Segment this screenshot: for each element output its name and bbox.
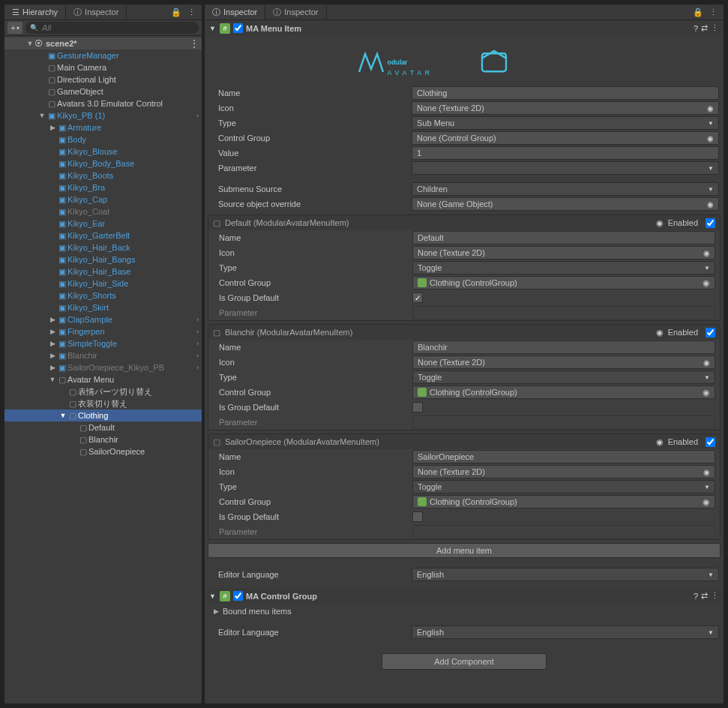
- name-input[interactable]: Blanchir: [412, 340, 715, 354]
- menu-icon[interactable]: ⋮: [187, 8, 196, 17]
- object-picker-icon[interactable]: ◉: [707, 200, 714, 208]
- component-header-menuitem[interactable]: ▼ # MA Menu Item ? ⇄ ⋮: [205, 20, 724, 36]
- open-prefab-icon[interactable]: ›: [196, 352, 199, 359]
- type-dropdown[interactable]: Toggle▼: [412, 370, 715, 384]
- add-component-button[interactable]: Add Component: [382, 653, 547, 670]
- tree-node[interactable]: ▶▢衣装切り替え: [4, 398, 202, 410]
- tree-node[interactable]: ▶▣Fingerpen›: [4, 326, 202, 338]
- tab-inspector-2[interactable]: ⓘ Inspector: [265, 4, 326, 20]
- tree-node[interactable]: ▶▣ClapSample›: [4, 314, 202, 326]
- is-default-checkbox[interactable]: [412, 512, 423, 522]
- object-picker-icon[interactable]: ◉: [703, 249, 710, 257]
- menu-icon[interactable]: ⋮: [711, 23, 719, 33]
- tree-node[interactable]: ▶▣Kikyo_Ear: [4, 218, 202, 230]
- tree-node[interactable]: ▶▣Kikyo_Hair_Base: [4, 266, 202, 278]
- type-dropdown[interactable]: Toggle▼: [412, 261, 715, 274]
- lock-icon[interactable]: 🔒: [171, 8, 181, 17]
- object-picker-icon[interactable]: ◉: [703, 278, 710, 288]
- foldout-icon[interactable]: ▶: [48, 364, 57, 371]
- value-input[interactable]: 1: [412, 146, 719, 160]
- scene-row[interactable]: ▼⦿scene2*⋮: [4, 38, 202, 50]
- help-icon[interactable]: ?: [694, 592, 698, 601]
- tab-hierarchy[interactable]: ☰ Hierarchy: [4, 4, 66, 20]
- foldout-icon[interactable]: ▶: [48, 316, 57, 323]
- tree-node[interactable]: ▶▣SailorOnepiece_Kikyo_PB›: [4, 362, 202, 374]
- tab-inspector-ghost[interactable]: ⓘ Inspector: [66, 4, 127, 20]
- foldout-icon[interactable]: ▼: [37, 112, 46, 119]
- editor-lang-dropdown[interactable]: English▼: [412, 568, 719, 581]
- foldout-icon[interactable]: ▶: [48, 328, 57, 335]
- menu-item-header[interactable]: ▢SailorOnepiece (ModularAvatarMenuItem)◉…: [208, 434, 720, 449]
- search-input[interactable]: [40, 22, 194, 33]
- editor-lang-dropdown[interactable]: English▼: [412, 626, 719, 639]
- foldout-icon[interactable]: ▼: [209, 592, 217, 600]
- tree-node[interactable]: ▶▣Kikyo_Hair_Back: [4, 242, 202, 254]
- controlgroup-field[interactable]: Clothing (ControlGroup)◉: [412, 276, 715, 290]
- tree-node[interactable]: ▶▣Body: [4, 134, 202, 146]
- icon-field[interactable]: None (Texture 2D)◉: [412, 356, 715, 369]
- preset-icon[interactable]: ⇄: [701, 591, 708, 601]
- help-icon[interactable]: ?: [694, 24, 698, 33]
- object-picker-icon[interactable]: ◉: [703, 358, 710, 367]
- open-prefab-icon[interactable]: ›: [196, 340, 199, 347]
- foldout-icon[interactable]: ▼: [58, 412, 67, 419]
- component-header-controlgroup[interactable]: ▼ # MA Control Group ? ⇄ ⋮: [205, 588, 724, 604]
- foldout-icon[interactable]: ▼: [25, 40, 34, 47]
- foldout-icon[interactable]: ▶: [48, 124, 57, 131]
- tree-node[interactable]: ▶▣Kikyo_Body_Base: [4, 158, 202, 170]
- foldout-icon[interactable]: ▶: [48, 352, 57, 359]
- open-prefab-icon[interactable]: ›: [196, 112, 199, 119]
- source-object-field[interactable]: None (Game Object)◉: [412, 197, 719, 211]
- object-picker-icon[interactable]: ◉: [656, 328, 664, 338]
- tree-node[interactable]: ▶▣SimpleToggle›: [4, 338, 202, 350]
- object-picker-icon[interactable]: ◉: [656, 218, 664, 228]
- tree-node[interactable]: ▶▣Kikyo_Cap: [4, 194, 202, 206]
- type-dropdown[interactable]: Sub Menu▼: [412, 116, 719, 130]
- tree-node[interactable]: ▼▣Kikyo_PB (1)›: [4, 110, 202, 122]
- tree-node[interactable]: ▶▣Kikyo_Hair_Bangs: [4, 254, 202, 266]
- submenu-source-dropdown[interactable]: Children▼: [412, 182, 719, 196]
- tree-node[interactable]: ▶▢Main Camera: [4, 62, 202, 74]
- controlgroup-field[interactable]: Clothing (ControlGroup)◉: [412, 386, 715, 399]
- object-picker-icon[interactable]: ◉: [703, 468, 710, 476]
- tree-node[interactable]: ▼▢Clothing: [4, 410, 202, 422]
- menu-icon[interactable]: ⋮: [709, 8, 718, 17]
- preset-icon[interactable]: ⇄: [701, 23, 708, 33]
- menu-item-header[interactable]: ▢Blanchir (ModularAvatarMenuItem)◉Enable…: [208, 325, 720, 340]
- enabled-checkbox[interactable]: [706, 328, 715, 338]
- add-menu-item-button[interactable]: Add menu item: [208, 543, 721, 558]
- foldout-icon[interactable]: ▼: [48, 376, 57, 383]
- controlgroup-field[interactable]: None (Control Group)◉: [412, 131, 719, 145]
- tree-node[interactable]: ▶▣Kikyo_Bra: [4, 182, 202, 194]
- lock-icon[interactable]: 🔒: [693, 8, 703, 17]
- menu-icon[interactable]: ⋮: [711, 591, 719, 601]
- tree-node[interactable]: ▶▣Kikyo_GarterBelt: [4, 230, 202, 242]
- tree-node[interactable]: ▶▣Blanchir›: [4, 350, 202, 362]
- tab-inspector-1[interactable]: ⓘ Inspector: [205, 4, 265, 20]
- is-default-checkbox[interactable]: [412, 402, 423, 412]
- object-picker-icon[interactable]: ◉: [707, 134, 714, 142]
- tree-node[interactable]: ▶▢SailorOnepiece: [4, 446, 202, 458]
- component-enabled-checkbox[interactable]: [233, 23, 243, 33]
- tree-node[interactable]: ▶▣Kikyo_Blouse: [4, 146, 202, 158]
- tree-node[interactable]: ▶▢GameObject: [4, 86, 202, 98]
- controlgroup-field[interactable]: Clothing (ControlGroup)◉: [412, 495, 715, 508]
- open-prefab-icon[interactable]: ›: [196, 364, 199, 371]
- name-input[interactable]: Clothing: [412, 86, 719, 100]
- component-enabled-checkbox[interactable]: [233, 591, 243, 601]
- tree-node[interactable]: ▶▣GestureManager: [4, 50, 202, 62]
- open-prefab-icon[interactable]: ›: [196, 328, 199, 335]
- object-picker-icon[interactable]: ◉: [656, 437, 664, 447]
- object-picker-icon[interactable]: ◉: [703, 388, 710, 398]
- object-picker-icon[interactable]: ◉: [703, 497, 710, 507]
- tree-node[interactable]: ▼▢Avatar Menu: [4, 374, 202, 386]
- parameter-dropdown[interactable]: ▼: [412, 161, 719, 175]
- menu-icon[interactable]: ⋮: [190, 38, 199, 49]
- name-input[interactable]: SailorOnepiece: [412, 450, 715, 464]
- add-button[interactable]: +▾: [7, 22, 22, 34]
- search-field[interactable]: 🔍: [25, 22, 199, 34]
- menu-item-header[interactable]: ▢Default (ModularAvatarMenuItem)◉Enabled: [208, 215, 720, 230]
- tree-node[interactable]: ▶▢表情パーツ切り替え: [4, 386, 202, 398]
- icon-field[interactable]: None (Texture 2D)◉: [412, 465, 715, 478]
- tree-node[interactable]: ▶▣Armature: [4, 122, 202, 134]
